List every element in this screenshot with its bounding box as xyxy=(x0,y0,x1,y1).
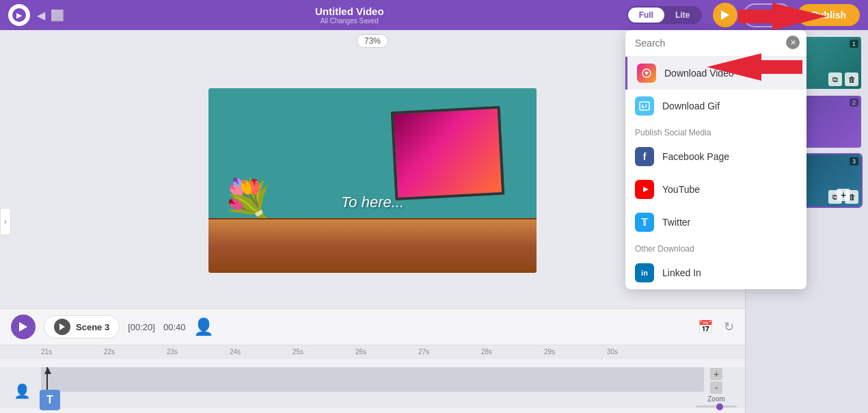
linkedin-label: Linked In xyxy=(662,267,701,278)
ruler-mark: 26s xyxy=(355,348,418,356)
svg-marker-2 xyxy=(19,322,27,332)
ruler-mark: 21s xyxy=(41,348,104,356)
timeline: 21s 22s 23s 24s 25s 26s 27s 28s 29s 30s … xyxy=(0,345,745,413)
app-logo[interactable]: ▶ xyxy=(8,4,30,26)
ruler-mark: 22s xyxy=(104,348,167,356)
ruler-mark: 23s xyxy=(167,348,230,356)
mode-toggle: Full Lite xyxy=(627,6,703,24)
zoom-controls: + - Zoom xyxy=(696,368,737,408)
video-photo-frame xyxy=(391,105,505,200)
scene-delete-button[interactable]: 🗑 xyxy=(845,72,858,86)
ruler-marks: 21s 22s 23s 24s 25s 26s 27s 28s 29s 30s xyxy=(41,348,670,356)
timeline-track-inner xyxy=(41,367,704,392)
svg-rect-6 xyxy=(640,102,649,110)
facebook-icon: f xyxy=(635,147,654,166)
video-canvas: 💐 To here... xyxy=(208,88,537,273)
back-arrow-icon[interactable]: ◀ xyxy=(37,9,45,22)
linkedin-item[interactable]: in Linked In xyxy=(625,256,806,289)
play-icon-small xyxy=(59,323,65,330)
header: ▶ ◀ ⬜ Untitled Video All Changes Saved F… xyxy=(0,0,868,30)
facebook-item[interactable]: f Facebook Page xyxy=(625,140,806,173)
other-section-label: Other Download xyxy=(625,239,806,256)
video-text: To here... xyxy=(341,194,404,211)
calendar-icon[interactable]: 📅 xyxy=(698,319,713,334)
ruler-mark: 25s xyxy=(293,348,355,356)
download-video-item[interactable]: Download Video xyxy=(625,57,806,90)
scene-number-1: 1 xyxy=(850,40,858,48)
timeline-text-block[interactable]: T xyxy=(40,390,60,410)
youtube-item[interactable]: YouTube xyxy=(625,173,806,206)
youtube-label: YouTube xyxy=(662,184,700,195)
publish-dropdown: ✕ Download Video Download Gif Publish So… xyxy=(625,30,806,289)
search-container xyxy=(625,30,806,57)
scene-copy-button[interactable]: ⧉ xyxy=(828,72,842,86)
left-collapse-button[interactable]: › xyxy=(0,208,11,235)
scene-actions-1: ⧉ 🗑 xyxy=(828,72,858,86)
timeline-track xyxy=(0,367,745,408)
play-icon xyxy=(19,322,27,332)
play-icon xyxy=(721,10,729,20)
twitter-icon: 𝕋 xyxy=(635,213,654,232)
scene-label: Scene 3 xyxy=(76,322,109,332)
preview-play-button[interactable] xyxy=(713,3,737,27)
svg-marker-3 xyxy=(59,323,65,330)
scene-actions-3: + ⧉ 🗑 xyxy=(828,190,858,204)
search-input[interactable] xyxy=(635,38,797,49)
svg-marker-5 xyxy=(645,72,649,75)
time-total: 00:40 xyxy=(163,322,186,332)
video-title: Untitled Video xyxy=(315,5,384,17)
download-video-icon xyxy=(637,64,656,83)
video-flowers: 💐 xyxy=(222,181,273,222)
zoom-slider-thumb xyxy=(716,403,723,410)
publish-button[interactable]: Publish xyxy=(798,4,860,26)
time-current: [00:20] xyxy=(128,322,155,332)
gif-icon xyxy=(639,101,650,111)
linkedin-icon: in xyxy=(635,263,654,282)
twitter-label: Twitter xyxy=(662,217,690,228)
ruler-mark: 29s xyxy=(544,348,607,356)
twitter-item[interactable]: 𝕋 Twitter xyxy=(625,206,806,239)
social-section-label: Publish Social Media xyxy=(625,122,806,140)
play-button[interactable] xyxy=(11,315,36,339)
youtube-icon xyxy=(635,180,654,199)
download-video-label: Download Video xyxy=(664,68,734,79)
dropdown-close-button[interactable]: ✕ xyxy=(786,36,800,49)
ruler-mark: 27s xyxy=(418,348,481,356)
ruler-mark: 30s xyxy=(607,348,670,356)
svg-marker-0 xyxy=(721,10,729,20)
title-block: Untitled Video All Changes Saved xyxy=(72,5,627,25)
scene-pill: Scene 3 xyxy=(44,315,120,338)
avatar-icon: 👤 xyxy=(193,317,214,336)
bottom-controls: Scene 3 [00:20] 00:40 👤 📅 ↻ xyxy=(0,308,745,345)
control-icons: 📅 ↻ xyxy=(698,319,734,334)
download-gif-icon xyxy=(635,96,654,116)
copy-icon[interactable]: ⬜ xyxy=(51,9,64,22)
zoom-badge[interactable]: 73% xyxy=(357,34,388,48)
timeline-avatar: 👤 xyxy=(14,383,31,399)
timeline-ruler: 21s 22s 23s 24s 25s 26s 27s 28s 29s 30s xyxy=(0,345,745,359)
mode-lite-button[interactable]: Lite xyxy=(664,8,701,23)
nav-arrows: ◀ ⬜ xyxy=(37,9,64,22)
zoom-plus-button[interactable]: + xyxy=(710,368,722,380)
save-status: All Changes Saved xyxy=(321,17,379,25)
download-gif-item[interactable]: Download Gif xyxy=(625,90,806,122)
share-button[interactable]: Share xyxy=(743,3,792,27)
refresh-icon[interactable]: ↻ xyxy=(724,319,734,334)
youtube-play-icon xyxy=(640,186,649,193)
ruler-mark: 28s xyxy=(481,348,544,356)
scene-add-button[interactable]: + xyxy=(837,189,850,201)
zoom-slider[interactable] xyxy=(696,405,737,408)
zoom-minus-button[interactable]: - xyxy=(710,382,722,394)
mode-full-button[interactable]: Full xyxy=(628,8,664,23)
facebook-label: Facebook Page xyxy=(662,151,729,162)
download-gif-label: Download Gif xyxy=(662,101,720,111)
header-actions: Share Publish xyxy=(713,3,860,27)
scene-number-3: 3 xyxy=(850,157,858,165)
scene-play-icon[interactable] xyxy=(54,319,70,335)
download-icon xyxy=(641,68,652,79)
svg-marker-8 xyxy=(643,187,649,192)
ruler-mark: 24s xyxy=(230,348,293,356)
zoom-label: Zoom xyxy=(707,395,725,403)
video-floor xyxy=(208,218,537,273)
logo-icon: ▶ xyxy=(12,8,26,22)
